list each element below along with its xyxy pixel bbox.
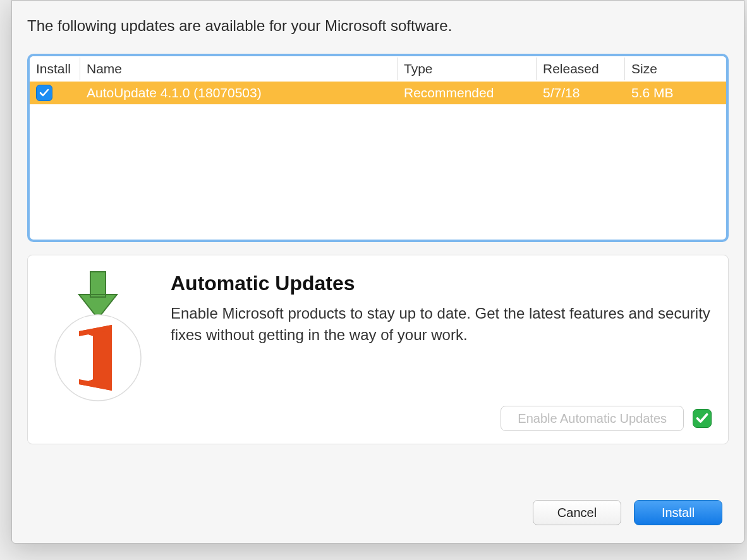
promo-icon [44,269,152,402]
dialog-header: The following updates are available for … [12,1,744,47]
enable-auto-updates-button[interactable]: Enable Automatic Updates [501,406,684,431]
table-row[interactable]: AutoUpdate 4.1.0 (18070503) Recommended … [30,82,726,104]
check-icon [696,412,708,425]
svg-rect-0 [90,272,106,297]
updates-table: Install Name Type Released Size AutoUpda… [27,54,729,242]
auto-updates-checkbox[interactable] [693,409,712,428]
promo-title: Automatic Updates [171,272,712,295]
col-header-released[interactable]: Released [537,58,625,80]
col-header-name[interactable]: Name [80,58,398,80]
row-size: 5.6 MB [625,83,726,103]
download-office-icon [44,269,152,402]
row-released: 5/7/18 [537,83,625,103]
install-button[interactable]: Install [634,500,722,525]
table-header-row: Install Name Type Released Size [30,56,726,82]
promo-description: Enable Microsoft products to stay up to … [171,303,712,345]
col-header-install[interactable]: Install [30,58,80,80]
install-checkbox[interactable] [36,85,52,101]
background-fragment-bottom: great. [82,541,121,559]
update-dialog: The following updates are available for … [11,0,744,544]
col-header-size[interactable]: Size [625,58,726,80]
auto-update-promo: Automatic Updates Enable Microsoft produ… [27,255,729,444]
check-icon [39,88,49,98]
row-type: Recommended [398,83,537,103]
col-header-type[interactable]: Type [398,58,537,80]
row-name: AutoUpdate 4.1.0 (18070503) [80,83,398,103]
dialog-footer-buttons: Cancel Install [533,500,722,525]
cancel-button[interactable]: Cancel [533,500,621,525]
background-fragment-left: n e [0,196,8,229]
row-install-cell[interactable] [30,82,80,104]
